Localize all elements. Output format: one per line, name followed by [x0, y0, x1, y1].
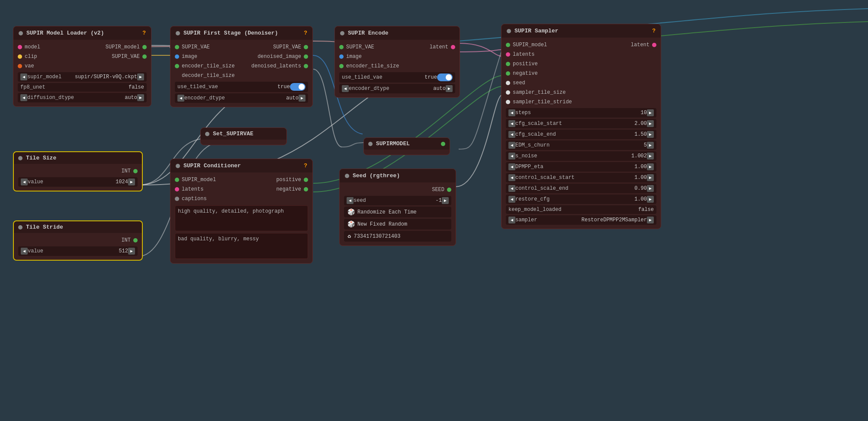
cond-captions-dot[interactable] — [175, 197, 179, 201]
fs-supir-vae-in-dot[interactable] — [175, 45, 179, 49]
samp-snoise-widget[interactable]: ◀ s_noise 1.002 ▶ — [506, 151, 656, 161]
cond-negative-dot[interactable] — [304, 187, 308, 191]
tile-size-out-dot[interactable] — [133, 169, 138, 173]
enc-tiled-vae-value: true — [424, 74, 437, 80]
samp-tile-size-dot[interactable] — [506, 90, 510, 95]
samp-sampler-widget[interactable]: ◀ sampler RestoreDPMPP2MSampler ▶ — [506, 215, 656, 225]
new-fixed-random-btn[interactable]: 🎲 New Fixed Random — [344, 219, 451, 230]
samp-cfg-start-left-arrow[interactable]: ◀ — [508, 120, 515, 127]
samp-dpmpp-widget[interactable]: ◀ DPMPP_eta 1.00 ▶ — [506, 162, 656, 172]
samp-cfg-end-widget[interactable]: ◀ cfg_scale_end 1.50 ▶ — [506, 130, 656, 139]
supir-model-left-arrow[interactable]: ◀ — [20, 73, 27, 80]
samp-steps-right-arrow[interactable]: ▶ — [647, 109, 654, 116]
supir-model-out-dot[interactable] — [142, 45, 147, 49]
samp-snoise-label: s_noise — [515, 153, 631, 159]
supir-vae-out-dot[interactable] — [142, 54, 147, 59]
fs-denoised-latents-dot[interactable] — [304, 64, 308, 68]
vae-in-dot[interactable] — [18, 64, 22, 68]
samp-restore-widget[interactable]: ◀ restore_cfg 1.00 ▶ — [506, 195, 656, 204]
fs-enc-tile-dot[interactable] — [175, 64, 179, 68]
samp-latent-dot[interactable] — [652, 43, 656, 47]
samp-ctrl-end-left-arrow[interactable]: ◀ — [508, 185, 515, 192]
diffusion-dtype-widget[interactable]: ◀ diffusion_dtype auto ▶ — [18, 93, 147, 102]
enc-tile-size-dot[interactable] — [339, 64, 344, 68]
cond-latents-dot[interactable] — [175, 187, 179, 191]
fs-tiled-vae-toggle[interactable] — [290, 83, 305, 91]
samp-snoise-left-arrow[interactable]: ◀ — [508, 153, 515, 159]
samp-sampler-right-arrow[interactable]: ▶ — [647, 217, 654, 223]
enc-tiled-vae-toggle[interactable] — [437, 73, 453, 81]
samp-dpmpp-right-arrow[interactable]: ▶ — [647, 163, 654, 170]
cond-model-in-dot[interactable] — [175, 178, 179, 182]
enc-dtype-left-arrow[interactable]: ◀ — [342, 85, 349, 92]
samp-cfg-end-right-arrow[interactable]: ▶ — [647, 131, 654, 138]
cond-negative-text[interactable]: bad quality, blurry, messy — [175, 233, 308, 259]
enc-dtype-right-arrow[interactable]: ▶ — [446, 85, 453, 92]
tile-stride-right-arrow[interactable]: ▶ — [128, 248, 135, 255]
samp-ctrl-end-widget[interactable]: ◀ control_scale_end 0.90 ▶ — [506, 184, 656, 193]
enc-supir-vae-dot[interactable] — [339, 45, 344, 49]
tile-stride-value-widget[interactable]: ◀ value 512 ▶ — [18, 246, 138, 256]
cond-positive-dot[interactable] — [304, 178, 308, 182]
supir-model-widget[interactable]: ◀ supir_model supir/SUPIR-v0Q.ckpt ▶ — [18, 72, 147, 82]
tile-size-value-widget[interactable]: ◀ value 1024 ▶ — [18, 177, 138, 187]
tile-size-left-arrow[interactable]: ◀ — [21, 179, 28, 185]
sampler-help[interactable]: ? — [652, 28, 656, 34]
samp-latents-dot[interactable] — [506, 52, 510, 57]
model-loader-help[interactable]: ? — [142, 30, 146, 36]
samp-ctrl-end-right-arrow[interactable]: ▶ — [647, 185, 654, 192]
tile-stride-out-dot[interactable] — [133, 238, 138, 242]
fs-encoder-dtype-widget[interactable]: ◀ encoder_dtype auto ▶ — [175, 93, 308, 103]
samp-edm-left-arrow[interactable]: ◀ — [508, 142, 515, 149]
samp-edm-right-arrow[interactable]: ▶ — [647, 142, 654, 149]
fs-enc-dtype-left-arrow[interactable]: ◀ — [177, 95, 184, 102]
samp-sampler-left-arrow[interactable]: ◀ — [508, 217, 515, 223]
samp-cfg-start-right-arrow[interactable]: ▶ — [647, 120, 654, 127]
samp-restore-right-arrow[interactable]: ▶ — [647, 196, 654, 203]
fs-supir-vae-out-dot[interactable] — [304, 45, 308, 49]
samp-model-dot[interactable] — [506, 43, 510, 47]
enc-image-dot[interactable] — [339, 54, 344, 59]
seed-out-dot[interactable] — [447, 188, 451, 192]
conditioner-help[interactable]: ? — [304, 163, 307, 169]
samp-edm-widget[interactable]: ◀ EDM_s_churn 5 ▶ — [506, 140, 656, 150]
seed-left-arrow[interactable]: ◀ — [347, 197, 354, 204]
samp-tile-stride-dot[interactable] — [506, 100, 510, 104]
enc-dtype-widget[interactable]: ◀ encoder_dtype auto ▶ — [339, 84, 455, 93]
samp-dpmpp-left-arrow[interactable]: ◀ — [508, 163, 515, 170]
samp-cfg-end-left-arrow[interactable]: ◀ — [508, 131, 515, 138]
supir-model-right-arrow[interactable]: ▶ — [137, 73, 144, 80]
enc-use-tiled-vae-widget[interactable]: use_tiled_vae true — [339, 72, 455, 83]
fs-use-tiled-vae-widget[interactable]: use_tiled_vae true — [175, 82, 308, 92]
new-fixed-label: New Fixed Random — [357, 221, 407, 227]
cond-positive-text[interactable]: high quality, detailed, photograph — [175, 205, 308, 231]
randomize-btn[interactable]: 🎲 Randomize Each Time — [344, 207, 451, 217]
model-in-dot[interactable] — [18, 45, 22, 49]
tile-stride-left-arrow[interactable]: ◀ — [21, 248, 28, 255]
enc-latent-dot[interactable] — [451, 45, 455, 49]
samp-negative-dot[interactable] — [506, 71, 510, 76]
first-stage-help[interactable]: ? — [304, 30, 307, 36]
seed-value-btn[interactable]: ♻️ 733417130721403 — [344, 231, 451, 242]
samp-ctrl-start-left-arrow[interactable]: ◀ — [508, 174, 515, 181]
fs-denoised-image-dot[interactable] — [304, 54, 308, 59]
clip-in-dot[interactable] — [18, 54, 22, 59]
samp-snoise-right-arrow[interactable]: ▶ — [647, 153, 654, 159]
tile-size-right-arrow[interactable]: ▶ — [128, 179, 135, 185]
seed-right-arrow[interactable]: ▶ — [442, 197, 449, 204]
seed-value-widget[interactable]: ◀ seed -1 ▶ — [344, 196, 451, 205]
diffusion-dtype-right-arrow[interactable]: ▶ — [137, 94, 144, 101]
diffusion-dtype-left-arrow[interactable]: ◀ — [20, 94, 27, 101]
samp-steps-widget[interactable]: ◀ steps 10 ▶ — [506, 108, 656, 118]
fs-enc-dtype-right-arrow[interactable]: ▶ — [299, 95, 305, 102]
model-loader-node: SUPIR Model Loader (v2) ? model SUPIR_mo… — [13, 26, 151, 107]
samp-positive-dot[interactable] — [506, 62, 510, 66]
supirmodel-out-dot[interactable] — [441, 142, 445, 146]
samp-restore-left-arrow[interactable]: ◀ — [508, 196, 515, 203]
samp-ctrl-start-right-arrow[interactable]: ▶ — [647, 174, 654, 181]
samp-ctrl-start-widget[interactable]: ◀ control_scale_start 1.00 ▶ — [506, 173, 656, 182]
samp-seed-dot[interactable] — [506, 81, 510, 85]
fs-image-in-dot[interactable] — [175, 54, 179, 59]
samp-steps-left-arrow[interactable]: ◀ — [508, 109, 515, 116]
samp-cfg-start-widget[interactable]: ◀ cfg_scale_start 2.00 ▶ — [506, 119, 656, 128]
